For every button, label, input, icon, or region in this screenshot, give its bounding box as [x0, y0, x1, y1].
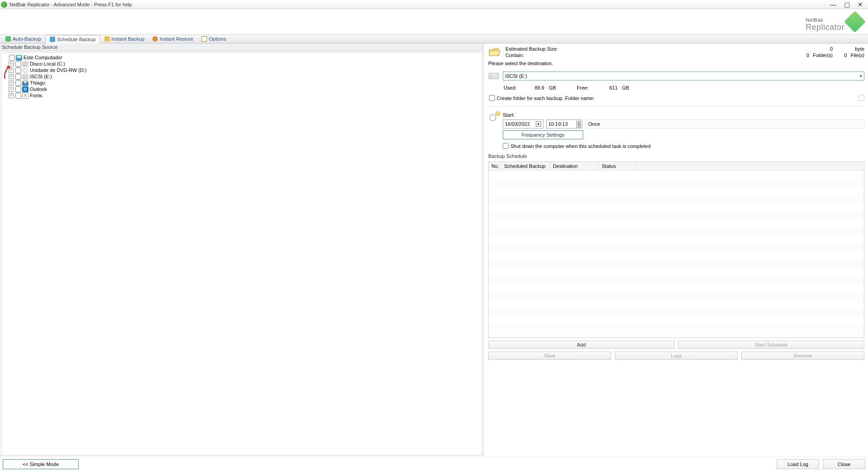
close-label: Close	[838, 461, 850, 467]
logo-line2: Replicator	[806, 24, 844, 31]
shutdown-label: Shut down the computer when this schedul…	[510, 143, 651, 149]
remove-button[interactable]: Remove	[741, 352, 864, 360]
app-logo: NetBak Replicator	[806, 13, 863, 31]
date-picker[interactable]: 16/03/2022 ▾	[503, 119, 543, 128]
expander-icon[interactable]: +	[9, 68, 14, 73]
est-size-label: Estimated Backup Size:	[505, 46, 801, 52]
fonts-icon: A	[22, 93, 28, 99]
maximize-button[interactable]: ▢	[840, 0, 854, 9]
tree-node-c[interactable]: + Disco Local (C:)	[2, 61, 481, 67]
tab-instant-restore-label: Instant Restore	[160, 36, 193, 42]
drive-icon	[488, 73, 499, 79]
tab-schedule-label: Schedule Backup	[57, 37, 96, 42]
folder-name-input[interactable]	[859, 95, 864, 101]
simple-mode-button[interactable]: << Simple Mode	[3, 459, 79, 469]
create-folder-checkbox[interactable]	[489, 95, 495, 101]
backup-schedule-table: No. Scheduled Backup Destination Status	[488, 162, 864, 338]
recurrence-field: Once	[585, 119, 864, 128]
cd-drive-icon	[22, 67, 28, 73]
start-schedule-button[interactable]: Start Schedule	[678, 341, 864, 349]
tree-root[interactable]: − Este Computador	[2, 54, 481, 61]
col-scheduled-backup[interactable]: Scheduled Backup	[501, 162, 550, 170]
recurrence-value: Once	[588, 121, 600, 127]
col-no[interactable]: No.	[489, 162, 501, 170]
tab-options[interactable]: Options	[198, 35, 230, 43]
start-label: Start Schedule	[755, 342, 788, 347]
tab-auto-label: Auto-Backup	[13, 36, 41, 42]
start-label: Start:	[503, 112, 864, 118]
time-picker[interactable]: 10:19:13 ▴▾	[546, 119, 582, 128]
tab-schedule-backup[interactable]: Schedule Backup	[46, 35, 100, 43]
add-button[interactable]: Add	[488, 341, 675, 349]
root-checkbox[interactable]	[9, 55, 15, 61]
node-checkbox[interactable]	[15, 61, 21, 67]
time-value: 10:19:13	[548, 121, 568, 127]
time-spinner[interactable]: ▴▾	[576, 121, 581, 128]
user-icon	[22, 80, 28, 86]
est-contain-label: Contain:	[505, 52, 801, 58]
est-size-unit: byte	[837, 46, 864, 52]
load-log-button[interactable]: Load Log	[777, 459, 819, 469]
free-value: 611	[599, 85, 618, 90]
close-button[interactable]: Close	[823, 459, 865, 469]
instant-backup-icon	[104, 36, 110, 42]
col-spacer	[635, 162, 864, 170]
save-button[interactable]: Save	[488, 352, 611, 360]
est-files-unit: File(s)	[850, 52, 864, 58]
schedule-backup-icon	[50, 37, 55, 42]
date-value: 16/03/2022	[505, 121, 530, 127]
tree-node-e[interactable]: + iSCSI (E:)	[2, 73, 481, 80]
add-label: Add	[577, 342, 586, 347]
frequency-settings-button[interactable]: Frequency Settings	[503, 130, 583, 139]
chevron-down-icon: ▾	[860, 74, 862, 78]
logo-text: NetBak Replicator	[806, 13, 844, 31]
expander-icon[interactable]: +	[9, 62, 14, 67]
logs-label: Logs	[671, 353, 682, 358]
col-status[interactable]: Status	[599, 162, 635, 170]
options-icon	[202, 36, 207, 42]
expander-icon[interactable]: +	[9, 93, 14, 98]
est-folders-value: 0	[807, 52, 809, 58]
used-unit: GB	[549, 85, 559, 90]
node-checkbox[interactable]	[15, 93, 21, 99]
tree-node-label: Unidade de DVD-RW (D:)	[30, 67, 87, 73]
source-tree[interactable]: − Este Computador + Disco Local (C:) + U…	[1, 52, 482, 456]
schedule-icon	[488, 112, 499, 123]
free-label: Free:	[577, 85, 595, 90]
table-body-empty	[489, 171, 864, 338]
logs-button[interactable]: Logs	[615, 352, 738, 360]
close-window-button[interactable]: ✕	[854, 0, 867, 9]
tab-instant-backup-label: Instant Backup	[112, 36, 145, 42]
auto-backup-icon	[5, 36, 11, 42]
node-checkbox[interactable]	[15, 67, 21, 73]
tab-instant-restore[interactable]: Instant Restore	[149, 35, 197, 43]
destination-dropdown[interactable]: iSCSI (E:) ▾	[503, 71, 864, 81]
expander-icon[interactable]: +	[9, 74, 14, 79]
tree-node-fonts[interactable]: + A Fonts	[2, 92, 481, 99]
tree-node-user[interactable]: + Thiago	[2, 80, 481, 86]
used-value: 88.9	[526, 85, 544, 90]
node-checkbox[interactable]	[15, 74, 21, 80]
tab-instant-backup[interactable]: Instant Backup	[101, 35, 148, 43]
expander-icon[interactable]: +	[9, 81, 14, 86]
simple-mode-label: << Simple Mode	[23, 461, 59, 467]
tree-node-label: Outlook	[30, 86, 47, 92]
footer: << Simple Mode Load Log Close	[0, 457, 868, 471]
node-checkbox[interactable]	[15, 80, 21, 86]
logo-line1: NetBak	[806, 17, 823, 23]
tab-auto-backup[interactable]: Auto-Backup	[2, 35, 45, 43]
est-files-value: 0	[844, 52, 847, 58]
outlook-icon: O	[22, 86, 28, 92]
create-folder-label: Create folder for each backup. Folder na…	[497, 95, 594, 101]
minimize-button[interactable]: —	[826, 0, 840, 9]
expander-icon[interactable]: +	[9, 87, 14, 92]
tree-root-label: Este Computador	[24, 54, 62, 61]
shutdown-checkbox[interactable]	[503, 143, 509, 149]
window-title: NetBak Replicator - Advanced Mode - Pres…	[9, 2, 826, 7]
col-destination[interactable]: Destination	[550, 162, 599, 170]
node-checkbox[interactable]	[15, 86, 21, 92]
tree-node-outlook[interactable]: + O Outlook	[2, 86, 481, 92]
computer-icon	[16, 55, 22, 61]
tree-node-d[interactable]: + Unidade de DVD-RW (D:)	[2, 67, 481, 73]
instant-restore-icon	[152, 36, 158, 42]
